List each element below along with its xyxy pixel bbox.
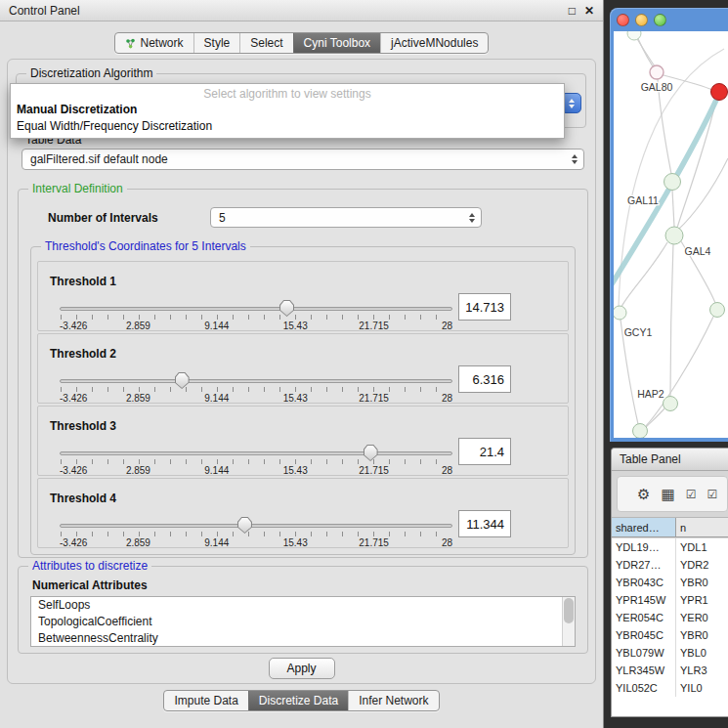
network-node[interactable] — [633, 424, 648, 439]
cell[interactable]: YIL052C — [612, 679, 676, 697]
threshold-value-input[interactable]: 11.344 — [458, 510, 511, 537]
slider-ticks — [61, 532, 451, 536]
table-row[interactable]: YBR043C YBR0 — [612, 574, 728, 591]
table-row[interactable]: YIL052C YIL0 — [612, 679, 728, 697]
table-row[interactable]: YBL079W YBL0 — [612, 644, 728, 662]
network-node[interactable] — [665, 227, 683, 244]
list-item[interactable]: TopologicalCoefficient — [31, 614, 575, 630]
threshold-label: Threshold 3 — [50, 419, 116, 433]
network-node[interactable] — [664, 397, 678, 411]
cell[interactable]: YDL1 — [676, 538, 728, 556]
threshold-panel: Threshold 3 -3.426 2.859 9.144 15.43 21.… — [37, 406, 569, 476]
number-of-intervals-combo[interactable]: 5 — [210, 207, 482, 228]
threshold-panel: Threshold 4 -3.426 2.859 9.144 15.43 21.… — [37, 478, 569, 548]
cell[interactable]: YBR045C — [612, 626, 676, 644]
checkbox-icon[interactable]: ☑ — [686, 489, 697, 500]
checkbox-icon[interactable]: ☑ — [707, 489, 717, 500]
table-header-row: shared… n — [612, 518, 728, 537]
slider-scale: -3.426 2.859 9.144 15.43 21.715 28 — [60, 465, 452, 477]
cell[interactable]: YBL0 — [676, 644, 728, 662]
scrollbar-thumb[interactable] — [564, 598, 574, 623]
scale-label: 2.859 — [126, 537, 150, 548]
cell[interactable]: YER054C — [612, 609, 676, 626]
cell[interactable]: YLR345W — [612, 662, 676, 679]
slider-track[interactable] — [60, 307, 452, 311]
network-node[interactable] — [710, 303, 725, 318]
tab-network[interactable]: Network — [115, 33, 193, 53]
column-header-shared-name[interactable]: shared… — [612, 518, 676, 536]
table-body[interactable]: YDL19… YDL1 YDR27… YDR2 YBR043C YBR0 YPR… — [612, 538, 728, 716]
tab-style[interactable]: Style — [193, 33, 240, 53]
slider-scale: -3.426 2.859 9.144 15.43 21.715 28 — [60, 321, 452, 332]
cell[interactable]: YLR3 — [676, 662, 728, 679]
cell[interactable]: YBL079W — [612, 644, 676, 662]
tab-select[interactable]: Select — [239, 33, 292, 53]
cell[interactable]: YDR27… — [612, 556, 676, 574]
table-row[interactable]: YER054C YER0 — [612, 609, 728, 626]
network-node[interactable] — [627, 31, 641, 40]
network-node-label: GAL11 — [627, 194, 659, 206]
scale-label: 21.715 — [359, 465, 389, 476]
table-data-combo[interactable]: galFiltered.sif default node — [21, 149, 584, 170]
columns-icon[interactable]: ▦ — [661, 487, 674, 501]
numerical-attributes-list[interactable]: SelfLoops TopologicalCoefficient Between… — [30, 596, 576, 647]
tab-infer-network[interactable]: Infer Network — [348, 691, 438, 710]
cell[interactable]: YIL0 — [676, 679, 728, 697]
scale-label: 21.715 — [359, 321, 389, 331]
cell[interactable]: YPR1 — [676, 591, 728, 609]
tab-cyni-toolbox[interactable]: Cyni Toolbox — [293, 33, 380, 53]
table-row[interactable]: YPR145W YPR1 — [612, 591, 728, 609]
table-row[interactable]: YLR345W YLR3 — [612, 662, 728, 679]
network-node[interactable] — [614, 306, 626, 320]
zoom-traffic-light[interactable] — [654, 14, 666, 26]
dropdown-option-manual-discretization[interactable]: Manual Discretization — [11, 102, 564, 118]
slider-track[interactable] — [60, 524, 452, 528]
threshold-label: Threshold 2 — [50, 347, 116, 361]
table-row[interactable]: YDR27… YDR2 — [612, 556, 728, 574]
tab-discretize-data[interactable]: Discretize Data — [248, 691, 348, 710]
list-item[interactable]: SelfLoops — [31, 597, 575, 614]
minimize-traffic-light[interactable] — [635, 14, 648, 26]
network-node[interactable] — [650, 65, 664, 79]
cell[interactable]: YDL19… — [612, 538, 676, 556]
table-row[interactable]: YBR045C YBR0 — [612, 626, 728, 644]
network-view-window[interactable]: GAL80 GAL11 GAL4 GCY1 HAP2 — [610, 8, 728, 442]
gear-icon[interactable]: ⚙ — [637, 487, 650, 501]
group-title: Threshold's Coordinates for 5 Intervals — [41, 239, 250, 253]
cell[interactable]: YBR0 — [676, 626, 728, 644]
threshold-slider[interactable]: -3.426 2.859 9.144 15.43 21.715 28 — [60, 377, 452, 403]
table-panel-titlebar[interactable]: Table Panel — [612, 449, 728, 471]
threshold-slider[interactable]: -3.426 2.859 9.144 15.43 21.715 28 — [60, 450, 452, 475]
close-traffic-light[interactable] — [617, 14, 629, 26]
column-header-name[interactable]: n — [676, 518, 728, 536]
slider-track[interactable] — [60, 451, 452, 455]
close-icon[interactable]: ✕ — [584, 5, 594, 17]
list-item[interactable]: BetweennessCentrality — [31, 630, 575, 647]
tab-label: Cyni Toolbox — [304, 36, 370, 50]
table-row[interactable]: YDL19… YDL1 — [612, 538, 728, 556]
network-canvas[interactable]: GAL80 GAL11 GAL4 GCY1 HAP2 — [614, 31, 728, 438]
cell[interactable]: YER0 — [676, 609, 728, 626]
threshold-value-input[interactable]: 14.713 — [458, 293, 511, 321]
cell[interactable]: YPR145W — [612, 591, 676, 609]
cell[interactable]: YBR043C — [612, 574, 676, 591]
apply-button[interactable]: Apply — [269, 658, 335, 679]
dropdown-option-equal-width[interactable]: Equal Width/Frequency Discretization — [11, 118, 564, 135]
network-node-label: GAL80 — [641, 81, 673, 93]
tab-jactivemnodules[interactable]: jActiveMNodules — [380, 33, 488, 53]
cell[interactable]: YBR0 — [676, 574, 728, 591]
threshold-slider[interactable]: -3.426 2.859 9.144 15.43 21.715 28 — [60, 305, 452, 330]
float-window-icon[interactable]: □ — [569, 5, 576, 17]
scale-label: 2.859 — [126, 321, 150, 331]
threshold-slider[interactable]: -3.426 2.859 9.144 15.43 21.715 28 — [60, 522, 452, 547]
tab-label: jActiveMNodules — [391, 36, 478, 50]
network-node-selected[interactable] — [711, 84, 728, 101]
slider-track[interactable] — [60, 379, 452, 383]
threshold-value-input[interactable]: 21.4 — [458, 438, 511, 465]
network-node[interactable] — [664, 174, 681, 191]
list-scrollbar[interactable] — [562, 597, 575, 646]
highlighted-edge[interactable] — [614, 94, 719, 287]
threshold-value-input[interactable]: 6.316 — [458, 365, 511, 393]
tab-impute-data[interactable]: Impute Data — [164, 691, 247, 710]
cell[interactable]: YDR2 — [676, 556, 728, 574]
